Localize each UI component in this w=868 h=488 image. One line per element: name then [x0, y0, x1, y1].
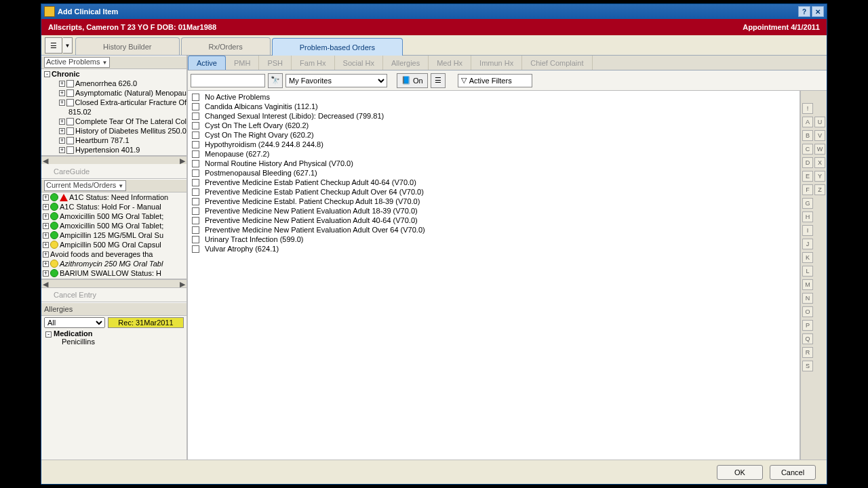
alpha-button-P[interactable]: P: [802, 320, 813, 331]
problem-row[interactable]: Preventive Medicine New Patient Evaluati…: [192, 206, 795, 216]
med-item[interactable]: +Amoxicillin 500 MG Oral Tablet;: [41, 221, 186, 230]
subtab-socialhx[interactable]: Social Hx: [335, 56, 383, 70]
allergy-filter-select[interactable]: All: [44, 317, 105, 328]
expand-icon[interactable]: +: [43, 204, 49, 210]
alpha-button-V[interactable]: V: [814, 130, 825, 141]
problem-checkbox[interactable]: [66, 89, 74, 97]
active-problems-tree[interactable]: - Chronic +Amenorrhea 626.0 +Asymptomati…: [41, 69, 186, 156]
problem-checkbox[interactable]: [66, 118, 74, 125]
alpha-button-R[interactable]: R: [802, 347, 813, 358]
problem-checkbox[interactable]: [192, 122, 199, 129]
alpha-button-U[interactable]: U: [814, 117, 825, 127]
problem-checkbox[interactable]: [192, 217, 199, 224]
subtab-famhx[interactable]: Fam Hx: [292, 56, 335, 70]
expand-icon[interactable]: +: [59, 147, 65, 153]
favorites-select[interactable]: My Favorites: [285, 74, 387, 87]
problem-checkbox[interactable]: [192, 245, 199, 253]
problem-list[interactable]: No Active ProblemsCandida Albicans Vagin…: [188, 91, 800, 460]
problem-checkbox[interactable]: [192, 236, 199, 243]
problem-row[interactable]: Cyst On The Right Ovary (620.2): [192, 130, 795, 140]
med-item[interactable]: +Ampicillin 500 MG Oral Capsul: [41, 240, 186, 249]
problem-checkbox[interactable]: [192, 226, 199, 234]
meds-tree[interactable]: +A1C Status: Need Information+A1C Status…: [41, 192, 186, 279]
problem-item[interactable]: History of Diabetes Mellitus 250.0: [75, 127, 186, 135]
close-button[interactable]: ✕: [812, 6, 824, 17]
cancel-button[interactable]: Cancel: [770, 465, 816, 480]
problem-checkbox[interactable]: [192, 169, 199, 177]
subtab-psh[interactable]: PSH: [259, 56, 292, 70]
expand-icon[interactable]: +: [59, 90, 65, 96]
med-item[interactable]: +Amoxicillin 500 MG Oral Tablet;: [41, 211, 186, 221]
search-button[interactable]: 🔭: [268, 73, 283, 88]
problem-item[interactable]: Hypertension 401.9: [75, 146, 140, 154]
problem-checkbox[interactable]: [192, 150, 199, 158]
subtab-medhx[interactable]: Med Hx: [429, 56, 471, 70]
problem-checkbox[interactable]: [66, 146, 74, 154]
alpha-button-K[interactable]: K: [802, 252, 813, 263]
view-mode-button[interactable]: ☰: [45, 37, 62, 54]
expand-icon[interactable]: +: [43, 261, 49, 267]
problem-checkbox[interactable]: [192, 103, 199, 110]
alpha-button-C[interactable]: C: [802, 144, 813, 155]
alpha-button-N[interactable]: N: [802, 293, 813, 304]
alpha-button-S[interactable]: S: [802, 361, 813, 371]
alpha-button-![interactable]: !: [802, 103, 813, 114]
expand-icon[interactable]: +: [43, 195, 49, 201]
alpha-button-B[interactable]: B: [802, 130, 813, 141]
problem-row[interactable]: Urinary Tract Infection (599.0): [192, 235, 795, 244]
med-item[interactable]: +BARIUM SWALLOW Status: H: [41, 268, 186, 278]
problem-row[interactable]: Normal Routine History And Physical (V70…: [192, 159, 795, 168]
expand-icon[interactable]: -: [45, 331, 52, 338]
expand-icon[interactable]: +: [43, 223, 49, 229]
problem-item[interactable]: Asymptomatic (Natural) Menopau: [75, 89, 186, 97]
view-mode-dropdown[interactable]: ▼: [63, 37, 73, 54]
help-button[interactable]: ?: [798, 6, 810, 17]
alpha-button-M[interactable]: M: [802, 279, 813, 290]
alpha-button-I[interactable]: I: [802, 225, 813, 236]
alpha-button-J[interactable]: J: [802, 239, 813, 249]
current-meds-select[interactable]: Current Meds/Orders: [44, 180, 126, 191]
subtab-allergies[interactable]: Allergies: [383, 56, 429, 70]
problem-row[interactable]: Preventive Medicine New Patient Evaluati…: [192, 216, 795, 225]
alpha-button-Z[interactable]: Z: [814, 184, 825, 195]
problem-item[interactable]: Heartburn 787.1: [75, 136, 130, 144]
problem-row[interactable]: Changed Sexual Interest (Libido): Decrea…: [192, 111, 795, 121]
expand-icon[interactable]: -: [44, 71, 50, 77]
tab-history-builder[interactable]: History Builder: [75, 37, 180, 55]
problem-row[interactable]: Menopause (627.2): [192, 149, 795, 159]
problem-row[interactable]: Candida Albicans Vaginitis (112.1): [192, 102, 795, 111]
med-item[interactable]: +Avoid foods and beverages tha: [41, 249, 186, 259]
alpha-button-Q[interactable]: Q: [802, 333, 813, 344]
problem-row[interactable]: Vulvar Atrophy (624.1): [192, 244, 795, 253]
active-filters-dropdown[interactable]: ▽ Active Filters: [458, 74, 532, 87]
expand-icon[interactable]: +: [59, 119, 65, 125]
problem-item[interactable]: Amenorrhea 626.0: [75, 79, 137, 87]
problem-checkbox[interactable]: [66, 99, 74, 106]
expand-icon[interactable]: +: [59, 100, 65, 106]
problem-checkbox[interactable]: [192, 160, 199, 167]
alpha-button-D[interactable]: D: [802, 157, 813, 168]
list-view-button[interactable]: ☰: [431, 73, 446, 88]
careguide-on-button[interactable]: 📘On: [397, 73, 428, 88]
problem-row[interactable]: Postmenopausal Bleeding (627.1): [192, 168, 795, 178]
tab-rx-orders[interactable]: Rx/Orders: [181, 37, 271, 55]
alpha-button-W[interactable]: W: [814, 144, 825, 155]
problem-item[interactable]: Complete Tear Of The Lateral Col: [75, 117, 186, 125]
problem-checkbox[interactable]: [192, 188, 199, 196]
expand-icon[interactable]: +: [43, 242, 49, 248]
expand-icon[interactable]: +: [59, 128, 65, 134]
allergy-rec-button[interactable]: Rec: 31Mar2011: [108, 317, 184, 328]
alpha-button-O[interactable]: O: [802, 306, 813, 317]
alpha-button-F[interactable]: F: [802, 184, 813, 195]
problem-checkbox[interactable]: [66, 137, 74, 144]
expand-icon[interactable]: +: [59, 138, 65, 144]
problem-item[interactable]: Closed Extra-articular Fracture Of: [75, 98, 186, 106]
allergy-item[interactable]: Penicillins: [44, 338, 184, 346]
subtab-pmh[interactable]: PMH: [226, 56, 259, 70]
problem-row[interactable]: Preventive Medicine Estab Patient Checku…: [192, 178, 795, 187]
subtab-chief[interactable]: Chief Complaint: [522, 56, 592, 70]
med-item[interactable]: +A1C Status: Hold For - Manual: [41, 202, 186, 211]
expand-icon[interactable]: +: [59, 81, 65, 87]
alpha-button-H[interactable]: H: [802, 211, 813, 222]
problem-row[interactable]: No Active Problems: [192, 92, 795, 102]
